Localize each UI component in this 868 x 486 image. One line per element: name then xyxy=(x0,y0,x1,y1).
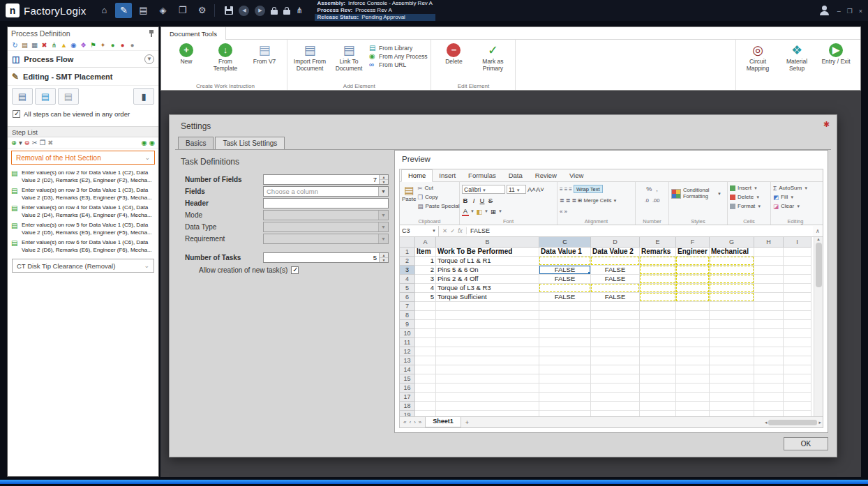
cell-B16[interactable] xyxy=(436,384,539,393)
system-settings-icon[interactable]: ⚙ xyxy=(193,3,210,18)
spin-down-icon[interactable]: ▼ xyxy=(380,258,388,262)
cell-C14[interactable] xyxy=(539,365,591,374)
cell-E5[interactable] xyxy=(640,284,676,293)
merge-cells-button[interactable]: ⊞ Merge Cells ▼ xyxy=(578,197,617,204)
panel-toggle-button[interactable]: ▮ xyxy=(133,88,154,105)
cell-F14[interactable] xyxy=(676,365,710,374)
row-header-18[interactable]: 18 xyxy=(400,402,415,411)
row-header-4[interactable]: 4 xyxy=(400,275,415,284)
status-green-icon[interactable]: ● xyxy=(108,41,117,49)
row-header-5[interactable]: 5 xyxy=(400,284,415,293)
cell-A12[interactable] xyxy=(415,347,436,356)
delete-icon[interactable]: ✖ xyxy=(40,41,49,49)
column-header-C[interactable]: C xyxy=(539,237,591,248)
print-icon[interactable]: ▦ xyxy=(30,41,39,49)
cell-A8[interactable] xyxy=(415,311,436,320)
cell-G1[interactable]: Mechanical xyxy=(710,248,754,257)
cell-D10[interactable] xyxy=(591,329,640,338)
import-from-document-button[interactable]: ▤Import From Document xyxy=(291,42,329,72)
cell-C1[interactable]: Data Value 1 xyxy=(539,248,591,257)
cell-E12[interactable] xyxy=(640,347,676,356)
ok-button[interactable]: OK xyxy=(784,437,828,450)
remove-step-icon[interactable]: ⊖ xyxy=(24,139,30,146)
cell-C4[interactable]: FALSE xyxy=(539,275,591,284)
cell-I2[interactable] xyxy=(784,257,811,266)
process-flow-row[interactable]: ◫ Process Flow ▼ xyxy=(8,51,158,68)
step-item[interactable]: ▤Enter value(s) on row 5 for Data Value … xyxy=(10,220,156,238)
column-header-F[interactable]: F xyxy=(676,237,710,248)
cell-G9[interactable] xyxy=(710,320,754,329)
decrease-decimal-button[interactable]: .00 xyxy=(652,197,659,204)
row-header-6[interactable]: 6 xyxy=(400,293,415,302)
cell-D6[interactable]: FALSE xyxy=(591,293,640,302)
cell-I16[interactable] xyxy=(784,384,811,393)
column-header-H[interactable]: H xyxy=(754,237,784,248)
cell-B8[interactable] xyxy=(436,311,539,320)
refresh-icon[interactable]: ↻ xyxy=(10,41,20,49)
cell-C11[interactable] xyxy=(539,338,591,347)
cell-I4[interactable] xyxy=(784,275,811,284)
cell-F11[interactable] xyxy=(676,338,710,347)
cell-I18[interactable] xyxy=(784,402,811,411)
cell-G8[interactable] xyxy=(710,311,754,320)
cell-I1[interactable] xyxy=(784,248,811,257)
align-bottom-icon[interactable]: ≡ xyxy=(569,186,572,192)
cell-C17[interactable] xyxy=(539,393,591,402)
row-header-17[interactable]: 17 xyxy=(400,393,415,402)
row-header-19[interactable]: 19 xyxy=(400,411,415,416)
cell-F7[interactable] xyxy=(676,302,710,311)
row-header-8[interactable]: 8 xyxy=(400,311,415,320)
cell-I13[interactable] xyxy=(784,356,811,365)
row-header-10[interactable]: 10 xyxy=(400,329,415,338)
cell-F2[interactable] xyxy=(676,257,710,266)
insert-function-icon[interactable]: fx xyxy=(458,227,463,234)
cell-F19[interactable] xyxy=(676,411,710,416)
cell-A2[interactable]: 1 xyxy=(415,257,436,266)
cell-I19[interactable] xyxy=(784,411,811,416)
chevron-down-icon[interactable]: ⌄ xyxy=(144,262,149,269)
cell-C19[interactable] xyxy=(539,411,591,416)
cell-H15[interactable] xyxy=(754,374,784,384)
cell-G19[interactable] xyxy=(710,411,754,416)
comma-style-button[interactable]: , xyxy=(656,185,658,192)
lock-icon[interactable] xyxy=(271,10,278,15)
cell-B10[interactable] xyxy=(436,329,539,338)
cell-A10[interactable] xyxy=(415,329,436,338)
cell-A4[interactable]: 3 xyxy=(415,275,436,284)
cell-B15[interactable] xyxy=(436,374,539,384)
cut-button[interactable]: ✂Cut xyxy=(417,183,459,192)
delete-element-button[interactable]: −Delete xyxy=(435,42,472,66)
cell-I5[interactable] xyxy=(784,284,811,293)
row-header-2[interactable]: 2 xyxy=(400,257,415,266)
cell-C8[interactable] xyxy=(539,311,591,320)
cell-G3[interactable] xyxy=(710,266,754,275)
cell-F1[interactable]: Engineer xyxy=(676,248,710,257)
cell-F8[interactable] xyxy=(676,311,710,320)
cell-A6[interactable]: 5 xyxy=(415,293,436,302)
cell-D7[interactable] xyxy=(591,302,640,311)
spinner-buttons[interactable]: ▲▼ xyxy=(379,253,388,262)
cell-D16[interactable] xyxy=(591,384,640,393)
cell-B9[interactable] xyxy=(436,320,539,329)
strikethrough-button[interactable]: S xyxy=(487,197,494,204)
collapse-formula-bar-icon[interactable]: ∧ xyxy=(813,228,823,234)
prev-sheet-icon[interactable]: ‹ xyxy=(409,419,411,425)
cell-I3[interactable] xyxy=(784,266,811,275)
align-left-icon[interactable]: ≣ xyxy=(560,197,564,204)
cell-H9[interactable] xyxy=(754,320,784,329)
add-sheet-button[interactable]: + xyxy=(461,419,473,426)
cell-B1[interactable]: Work To Be Performed xyxy=(436,248,539,257)
cell-C9[interactable] xyxy=(539,320,591,329)
font-size-dropdown[interactable]: 11▼ xyxy=(507,185,526,194)
from-library-button[interactable]: ▤From Library xyxy=(369,45,427,52)
collapsed-step[interactable]: CT Disk Tip Clearance (Removal) ⌄ xyxy=(12,259,154,273)
excel-tab-review[interactable]: Review xyxy=(529,170,563,181)
cell-D18[interactable] xyxy=(591,402,640,411)
cell-B19[interactable] xyxy=(436,411,539,416)
cell-C2[interactable] xyxy=(539,257,591,266)
status-gray-icon[interactable]: ● xyxy=(128,41,137,49)
restore-button[interactable]: ❐ xyxy=(847,8,853,15)
cell-G6[interactable] xyxy=(710,293,754,302)
formula-value[interactable]: FALSE xyxy=(467,226,813,236)
vertical-scrollbar[interactable]: ▲ xyxy=(814,237,823,416)
